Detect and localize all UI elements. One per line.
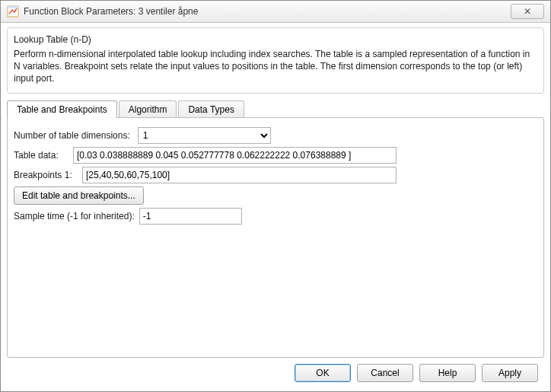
close-button[interactable]: ✕ — [511, 4, 544, 19]
edit-table-breakpoints-button[interactable]: Edit table and breakpoints... — [14, 186, 144, 205]
tab-table-and-breakpoints[interactable]: Table and Breakpoints — [7, 100, 117, 118]
row-edit-button: Edit table and breakpoints... — [14, 186, 537, 205]
table-data-input[interactable] — [73, 147, 397, 164]
svg-rect-1 — [8, 6, 18, 8]
app-icon — [7, 5, 19, 18]
sample-time-input[interactable] — [139, 208, 242, 225]
cancel-button[interactable]: Cancel — [357, 364, 413, 382]
tab-algorithm[interactable]: Algorithm — [119, 100, 177, 118]
button-label: OK — [316, 368, 329, 378]
row-breakpoints1: Breakpoints 1: — [14, 167, 537, 183]
group-title: Lookup Table (n-D) — [14, 34, 537, 45]
content-area: Lookup Table (n-D) Perform n-dimensional… — [1, 23, 550, 391]
button-label: Cancel — [371, 368, 399, 378]
button-label: Apply — [498, 368, 521, 378]
num-dims-label: Number of table dimensions: — [14, 130, 130, 141]
apply-button[interactable]: Apply — [482, 364, 538, 382]
button-label: Edit table and breakpoints... — [22, 190, 135, 201]
tab-label: Data Types — [188, 104, 234, 115]
tab-data-types[interactable]: Data Types — [178, 100, 244, 118]
row-num-dims: Number of table dimensions: 1 — [14, 127, 537, 144]
window-title: Function Block Parameters: 3 ventiler åp… — [24, 6, 506, 17]
dialog-window: Function Block Parameters: 3 ventiler åp… — [0, 0, 551, 392]
title-bar: Function Block Parameters: 3 ventiler åp… — [1, 1, 550, 23]
button-label: Help — [438, 368, 457, 378]
row-sample-time: Sample time (-1 for inherited): — [14, 208, 537, 225]
breakpoints1-input[interactable] — [82, 167, 397, 183]
dialog-button-bar: OK Cancel Help Apply — [7, 358, 544, 388]
tab-label: Algorithm — [129, 104, 167, 115]
help-button[interactable]: Help — [419, 364, 476, 382]
ok-button[interactable]: OK — [295, 364, 351, 382]
breakpoints1-label: Breakpoints 1: — [14, 170, 78, 180]
num-dims-select[interactable]: 1 — [138, 127, 271, 144]
sample-time-label: Sample time (-1 for inherited): — [14, 211, 135, 221]
table-data-label: Table data: — [14, 150, 68, 161]
description-group: Lookup Table (n-D) Perform n-dimensional… — [7, 27, 544, 94]
group-description: Perform n-dimensional interpolated table… — [14, 48, 537, 85]
close-icon: ✕ — [524, 6, 531, 17]
tab-label: Table and Breakpoints — [17, 104, 107, 115]
row-table-data: Table data: — [14, 147, 537, 164]
tab-strip: Table and Breakpoints Algorithm Data Typ… — [7, 100, 544, 117]
tab-panel: Number of table dimensions: 1 Table data… — [7, 117, 544, 358]
